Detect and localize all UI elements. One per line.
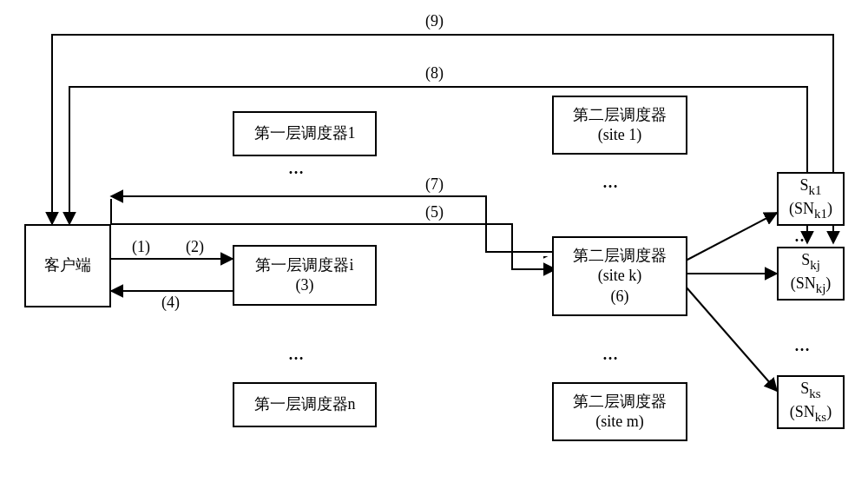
l2-m-label2: (site m)	[595, 412, 644, 432]
l1-n-box: 第一层调度器n	[233, 382, 377, 427]
label-7: (7)	[425, 175, 444, 194]
arrow-k-sk1	[686, 213, 777, 261]
l2-m-label1: 第二层调度器	[573, 392, 667, 412]
dots-l1-top: …	[288, 160, 309, 178]
arrow-7	[111, 200, 556, 248]
label-8: (8)	[425, 64, 444, 83]
dots-l2-top: …	[602, 174, 623, 192]
sks-box: Sks (SNks)	[777, 375, 845, 429]
skj-line2: (SNkj)	[791, 274, 832, 297]
label-2: (2)	[186, 238, 204, 256]
dots-sk-bot: …	[794, 337, 812, 355]
arrow-7b	[111, 196, 556, 252]
label-9: (9)	[425, 12, 444, 30]
client-box: 客户端	[24, 224, 111, 307]
l2-k-label1: 第二层调度器	[573, 246, 667, 266]
l2-k-label2: (site k)	[598, 266, 641, 286]
dots-sk-top: …	[794, 228, 812, 246]
client-label: 客户端	[44, 255, 91, 275]
sk1-box: Sk1 (SNk1)	[777, 172, 845, 226]
l1-1-label: 第一层调度器1	[254, 123, 356, 143]
label-5: (5)	[425, 203, 444, 221]
sk1-line2: (SNk1)	[789, 199, 832, 222]
label-4: (4)	[161, 294, 180, 312]
l1-i-box: 第一层调度器i (3)	[233, 245, 377, 306]
svg-rect-1	[482, 226, 560, 256]
label-1: (1)	[132, 238, 150, 256]
svg-rect-0	[112, 196, 563, 231]
l2-1-label1: 第二层调度器	[573, 105, 667, 125]
l2-m-box: 第二层调度器 (site m)	[552, 382, 687, 441]
skj-box: Skj (SNkj)	[777, 247, 845, 301]
dots-l2-bot: …	[602, 346, 623, 364]
l1-1-box: 第一层调度器1	[233, 111, 377, 156]
sks-line2: (SNks)	[790, 402, 832, 426]
skj-line1: Skj	[801, 250, 820, 274]
l1-i-label1: 第一层调度器i	[255, 255, 353, 275]
arrow-k-sks	[686, 287, 777, 391]
dots-l1-bot: …	[288, 346, 309, 364]
sk1-line1: Sk1	[799, 175, 821, 199]
sks-line1: Sks	[800, 379, 820, 402]
l1-n-label: 第一层调度器n	[254, 394, 356, 414]
l2-1-box: 第二层调度器 (site 1)	[552, 96, 687, 155]
l2-1-label2: (site 1)	[598, 125, 641, 145]
diagram-canvas: { "chart_data": { "type": "diagram", "ti…	[0, 0, 868, 489]
l1-i-label2: (3)	[296, 275, 314, 295]
l2-k-label3: (6)	[611, 287, 629, 307]
l2-k-box: 第二层调度器 (site k) (6)	[552, 236, 687, 316]
